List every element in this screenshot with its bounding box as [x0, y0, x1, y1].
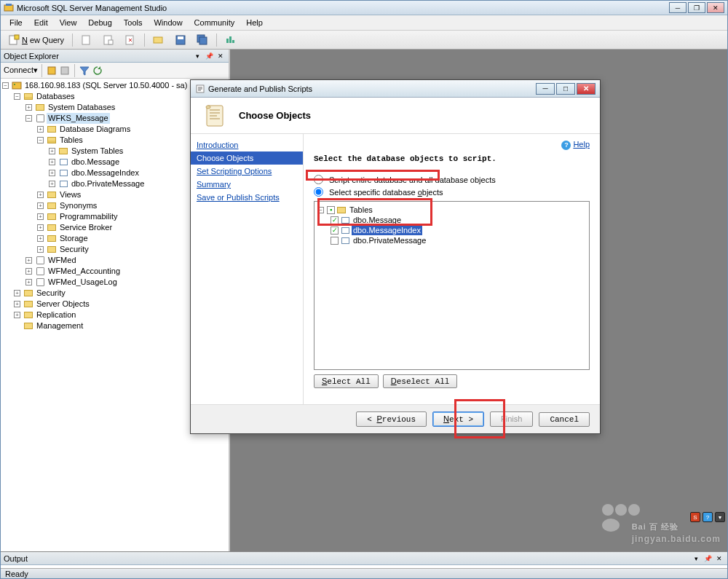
cancel-button[interactable]: Cancel [539, 412, 590, 427]
maximize-button[interactable]: ❐ [688, 2, 705, 13]
tree-system-db[interactable]: System Databases [47, 102, 116, 113]
objects-t2[interactable]: dbo.MessageIndex [352, 225, 422, 235]
toolbar-icon-3[interactable] [120, 32, 141, 48]
tree-programmability[interactable]: Programmability [58, 211, 119, 222]
tree-diagrams[interactable]: Database Diagrams [58, 124, 132, 135]
tree-tbl-privatemessage[interactable]: dbo.PrivateMessage [70, 178, 146, 189]
dropdown-icon[interactable]: ▾ [691, 554, 701, 564]
expand-icon[interactable]: + [37, 235, 44, 242]
expand-icon[interactable]: + [49, 170, 55, 176]
expand-icon[interactable]: + [37, 192, 44, 198]
expand-icon[interactable]: − [37, 137, 44, 143]
menu-window[interactable]: Window [148, 17, 188, 28]
checkbox-tables[interactable]: ▪ [327, 206, 335, 214]
expand-icon[interactable]: + [37, 202, 44, 209]
menu-edit[interactable]: Edit [28, 17, 54, 28]
help-link[interactable]: ?Help [561, 140, 590, 150]
toolbar-open-icon[interactable] [149, 32, 169, 48]
tree-storage[interactable]: Storage [58, 233, 90, 244]
dialog-minimize-button[interactable]: ─ [536, 83, 555, 95]
dialog-maximize-button[interactable]: □ [556, 83, 575, 95]
objects-tables-node[interactable]: Tables [348, 205, 374, 215]
tree-replication[interactable]: Replication [35, 310, 77, 320]
expand-icon[interactable]: + [14, 290, 20, 296]
refresh-icon[interactable] [92, 65, 103, 76]
filter-icon[interactable] [79, 65, 90, 76]
toolbar-activity-icon[interactable] [221, 32, 241, 48]
menu-community[interactable]: Community [189, 17, 241, 28]
checkbox-dbo-privatemessage[interactable] [331, 237, 339, 245]
expand-icon[interactable]: + [14, 301, 20, 307]
menu-debug[interactable]: Debug [82, 17, 117, 28]
toolbar-saveall-icon[interactable] [192, 32, 213, 48]
previous-button[interactable]: < Previous [356, 411, 427, 427]
tray-icon-2[interactable]: ? [703, 512, 713, 522]
expand-icon[interactable]: − [25, 115, 32, 122]
close-panel-icon[interactable]: ✕ [714, 554, 724, 564]
close-panel-icon[interactable]: ✕ [215, 51, 226, 61]
output-panel-header[interactable]: Output ▾ 📌 ✕ [1, 552, 727, 565]
expand-icon[interactable]: − [2, 82, 9, 89]
expand-icon[interactable]: + [25, 104, 32, 111]
menu-help[interactable]: Help [240, 17, 269, 28]
new-query-button[interactable]: New Query [4, 32, 68, 48]
tree-system-tables[interactable]: System Tables [70, 146, 124, 157]
toolbar-icon-1[interactable] [76, 32, 97, 48]
expand-icon[interactable]: + [37, 246, 44, 253]
tray-icon-1[interactable]: S [690, 512, 700, 522]
menu-view[interactable]: View [54, 17, 83, 28]
expand-icon[interactable]: + [49, 181, 55, 187]
dialog-titlebar[interactable]: Generate and Publish Scripts ─ □ ✕ [191, 80, 600, 98]
tree-db-wfmed-acc[interactable]: WFMed_Accounting [47, 266, 122, 277]
tree-tbl-message[interactable]: dbo.Message [70, 157, 121, 168]
nav-introduction[interactable]: Introduction [191, 138, 303, 151]
object-explorer-header[interactable]: Object Explorer ▾ 📌 ✕ [1, 50, 229, 63]
expand-icon[interactable]: + [14, 312, 20, 318]
objects-t1[interactable]: dbo.Message [352, 215, 403, 225]
toolbar-save-icon[interactable] [170, 32, 191, 48]
tree-server-node[interactable]: 168.160.98.183 (SQL Server 10.50.4000 - … [23, 80, 189, 91]
nav-choose-objects[interactable]: Choose Objects [191, 151, 303, 165]
tree-db-wfmed-log[interactable]: WFMed_UsageLog [47, 277, 119, 288]
tree-databases[interactable]: Databases [35, 91, 76, 102]
select-all-button[interactable]: Select All [314, 374, 379, 388]
tree-security[interactable]: Security [35, 288, 67, 299]
connect-plug-icon[interactable] [46, 65, 58, 76]
radio-entire-db-input[interactable] [314, 175, 323, 184]
expand-icon[interactable]: + [49, 159, 55, 165]
expand-icon[interactable]: + [37, 224, 44, 231]
tree-synonyms[interactable]: Synonyms [58, 200, 98, 211]
tray-icon-3[interactable]: ▾ [715, 512, 725, 522]
dropdown-icon[interactable]: ▾ [192, 51, 202, 61]
tree-db-wfks[interactable]: WFKS_Message [47, 113, 110, 124]
tree-security-node[interactable]: Security [58, 244, 90, 255]
expand-icon[interactable]: + [37, 213, 44, 220]
tree-tbl-messageindex[interactable]: dbo.MessageIndex [70, 168, 141, 178]
tree-server-objects[interactable]: Server Objects [35, 299, 91, 310]
connect-button[interactable]: Connect▾ [4, 66, 38, 75]
checkbox-dbo-messageindex[interactable]: ✓ [331, 227, 339, 235]
pin-icon[interactable]: 📌 [703, 554, 713, 564]
expand-icon[interactable]: + [25, 257, 32, 264]
nav-scripting-options[interactable]: Set Scripting Options [191, 165, 303, 178]
radio-entire-db[interactable]: Script entire database and all database … [314, 175, 590, 184]
close-button[interactable]: ✕ [707, 2, 724, 13]
radio-specific-objects[interactable]: Select specific database objects [314, 187, 590, 197]
objects-t3[interactable]: dbo.PrivateMessage [352, 235, 427, 245]
deselect-all-button[interactable]: Deselect All [383, 374, 458, 388]
objects-tree[interactable]: −▪Tables ✓dbo.Message ✓dbo.MessageIndex … [314, 201, 590, 370]
next-button[interactable]: Next > [432, 411, 484, 427]
expand-icon[interactable]: + [25, 268, 32, 275]
expand-icon[interactable]: + [37, 126, 44, 133]
toolbar-icon-2[interactable] [98, 32, 119, 48]
tree-views[interactable]: Views [58, 189, 82, 200]
expand-icon[interactable]: − [14, 93, 20, 100]
dialog-close-button[interactable]: ✕ [577, 83, 596, 95]
tree-service-broker[interactable]: Service Broker [58, 222, 114, 233]
nav-summary[interactable]: Summary [191, 178, 303, 191]
expand-icon[interactable]: + [25, 279, 32, 285]
tree-management[interactable]: Management [35, 320, 84, 331]
menu-tools[interactable]: Tools [118, 17, 149, 28]
menu-file[interactable]: File [4, 17, 28, 28]
disconnect-icon[interactable] [59, 65, 71, 76]
